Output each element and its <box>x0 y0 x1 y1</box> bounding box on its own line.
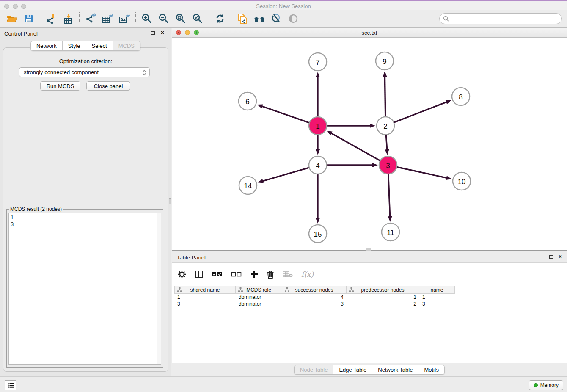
network-window-title: scc.txt <box>172 30 567 36</box>
graph-arrowhead <box>316 149 320 155</box>
select-all-icon[interactable] <box>212 271 223 277</box>
mcds-panel: Optimization criterion: strongly connect… <box>3 47 168 372</box>
clone-network-icon[interactable] <box>234 11 251 26</box>
graph-edge-3-11[interactable] <box>388 174 390 217</box>
add-row-icon[interactable] <box>250 271 258 278</box>
toolbar-separator <box>40 12 40 25</box>
table-panel-body: f(x) shared name MCDS role successor nod… <box>172 262 567 363</box>
cell-name[interactable]: 3 <box>419 301 455 307</box>
cell-mcds-role[interactable]: dominator <box>236 294 282 301</box>
column-header-predecessor-nodes[interactable]: predecessor nodes <box>347 286 419 294</box>
optimization-criterion-select[interactable]: strongly connected component <box>19 67 150 77</box>
status-bar: Memory <box>0 376 567 392</box>
graph-node-label: 3 <box>386 162 390 170</box>
cell-mcds-role[interactable]: dominator <box>236 301 282 307</box>
column-header-name[interactable]: name <box>419 286 455 294</box>
search-icon <box>443 16 449 22</box>
tab-node-table[interactable]: Node Table <box>295 365 333 374</box>
gear-icon[interactable] <box>178 270 186 279</box>
graph-edge-2-3[interactable] <box>386 135 387 150</box>
graph-edge-2-9[interactable] <box>385 76 385 117</box>
zoom-out-icon[interactable] <box>155 11 172 26</box>
graph-edge-3-1[interactable] <box>331 133 380 161</box>
tab-network[interactable]: Network <box>31 41 62 50</box>
result-scrollbar[interactable] <box>157 213 161 364</box>
close-panel-icon[interactable]: × <box>161 29 164 36</box>
cell-successor-nodes[interactable]: 4 <box>282 294 347 301</box>
graph-arrowhead <box>388 216 392 222</box>
import-table-icon[interactable] <box>60 11 77 26</box>
vertical-splitter-handle[interactable] <box>169 198 171 204</box>
columns-icon[interactable] <box>195 270 203 279</box>
mcds-result-line: 3 <box>11 221 159 228</box>
tab-select[interactable]: Select <box>86 41 113 50</box>
zoom-fit-icon[interactable] <box>172 11 189 26</box>
deselect-all-icon[interactable] <box>231 271 242 277</box>
tab-network-table[interactable]: Network Table <box>372 365 418 374</box>
table-row[interactable]: 3 dominator 3 2 3 <box>174 301 455 307</box>
open-session-icon[interactable] <box>3 11 20 26</box>
cell-successor-nodes[interactable]: 3 <box>282 301 347 307</box>
memory-label: Memory <box>540 382 559 388</box>
refresh-icon[interactable] <box>212 11 228 26</box>
cell-shared-name[interactable]: 1 <box>174 294 236 301</box>
zoom-in-icon[interactable] <box>138 11 155 26</box>
delete-table-icon[interactable] <box>283 271 293 278</box>
graph-arrowhead <box>372 163 378 167</box>
memory-button[interactable]: Memory <box>529 380 563 390</box>
export-network-icon[interactable] <box>82 11 99 26</box>
graph-arrowhead <box>258 179 264 183</box>
graph-node-label: 1 <box>316 122 319 130</box>
cell-predecessor-nodes[interactable]: 1 <box>347 294 419 301</box>
close-table-panel-icon[interactable]: × <box>559 253 562 260</box>
horizontal-splitter-handle[interactable] <box>366 248 371 251</box>
close-panel-button[interactable]: Close panel <box>86 81 130 91</box>
graph-edge-4-14[interactable] <box>262 168 309 181</box>
export-table-icon[interactable] <box>99 11 116 26</box>
show-hide-style-icon[interactable] <box>268 11 285 26</box>
float-panel-icon[interactable] <box>151 31 155 35</box>
export-image-icon[interactable] <box>116 11 133 26</box>
network-canvas[interactable]: 7968124314101511 <box>172 38 567 250</box>
float-table-panel-icon[interactable] <box>549 255 553 259</box>
search-input[interactable] <box>449 14 561 23</box>
mcds-result-legend: MCDS result (2 nodes) <box>9 206 63 212</box>
column-header-successor-nodes[interactable]: successor nodes <box>282 286 347 294</box>
toolbar-separator <box>231 12 231 25</box>
task-history-button[interactable] <box>5 380 16 390</box>
save-session-icon[interactable] <box>20 11 37 26</box>
window-title: Session: New Session <box>0 3 567 9</box>
graph-edge-2-8[interactable] <box>394 102 447 123</box>
run-mcds-button[interactable]: Run MCDS <box>40 81 80 91</box>
table-row[interactable]: 1 dominator 4 1 1 <box>174 294 455 301</box>
table-panel-header: Table Panel × <box>172 252 567 262</box>
column-header-shared-name[interactable]: shared name <box>174 286 236 294</box>
column-header-mcds-role[interactable]: MCDS role <box>236 286 282 294</box>
control-panel-tabs: Network Style Select MCDS <box>0 41 171 51</box>
cell-shared-name[interactable]: 3 <box>174 301 236 307</box>
tab-style[interactable]: Style <box>62 41 86 50</box>
import-network-icon[interactable] <box>43 11 60 26</box>
app-titlebar: Session: New Session <box>0 0 567 10</box>
select-stepper-icon <box>142 69 146 76</box>
graph-edge-3-10[interactable] <box>397 167 447 178</box>
toolbar-separator <box>135 12 136 25</box>
tab-mcds[interactable]: MCDS <box>113 41 140 50</box>
cell-predecessor-nodes[interactable]: 2 <box>347 301 419 307</box>
graph-arrowhead <box>257 104 263 108</box>
first-neighbors-icon[interactable] <box>251 11 268 26</box>
graph-edge-1-6[interactable] <box>261 106 309 123</box>
control-panel-title: Control Panel <box>4 30 38 37</box>
tab-motifs[interactable]: Motifs <box>418 365 444 374</box>
graph-arrowhead <box>327 131 333 135</box>
tab-edge-table[interactable]: Edge Table <box>333 365 372 374</box>
zoom-selected-icon[interactable] <box>189 11 206 26</box>
table-panel-tabs: Node Table Edge Table Network Table Moti… <box>172 365 567 375</box>
function-builder-icon[interactable]: f(x) <box>301 270 314 279</box>
cell-name[interactable]: 1 <box>419 294 455 301</box>
delete-row-icon[interactable] <box>267 270 274 279</box>
preview-eye-icon[interactable] <box>285 11 302 26</box>
graph-arrowhead <box>383 71 387 77</box>
mcds-result-text[interactable]: 1 3 <box>8 213 161 365</box>
search-box[interactable] <box>439 13 562 24</box>
